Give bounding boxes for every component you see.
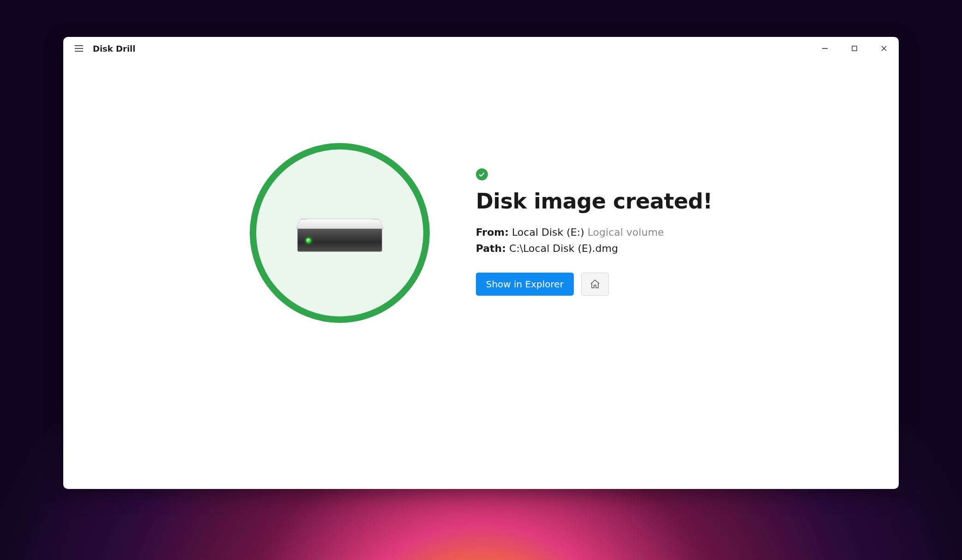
result-details: Disk image created! From: Local Disk (E:… bbox=[476, 143, 713, 296]
titlebar: Disk Drill bbox=[63, 37, 899, 60]
close-icon bbox=[881, 45, 887, 52]
result-heading: Disk image created! bbox=[476, 189, 713, 214]
disk-drive-icon bbox=[301, 219, 379, 247]
path-value: C:\Local Disk (E).dmg bbox=[509, 243, 618, 254]
from-row: From: Local Disk (E:) Logical volume bbox=[476, 226, 713, 238]
success-ring bbox=[250, 143, 430, 323]
window-controls bbox=[810, 37, 899, 60]
home-icon bbox=[589, 279, 601, 290]
hamburger-icon bbox=[75, 45, 83, 52]
minimize-icon bbox=[822, 45, 828, 52]
path-label: Path: bbox=[476, 243, 506, 254]
hamburger-menu-button[interactable] bbox=[72, 41, 86, 56]
action-buttons: Show in Explorer bbox=[476, 273, 713, 296]
maximize-button[interactable] bbox=[840, 37, 869, 60]
from-label: From: bbox=[476, 226, 509, 238]
close-button[interactable] bbox=[869, 37, 899, 60]
minimize-button[interactable] bbox=[810, 37, 840, 60]
svg-rect-4 bbox=[852, 46, 857, 51]
content-area: Disk image created! From: Local Disk (E:… bbox=[63, 60, 899, 489]
path-row: Path: C:\Local Disk (E).dmg bbox=[476, 243, 713, 254]
result-illustration bbox=[250, 143, 430, 323]
home-button[interactable] bbox=[581, 273, 609, 296]
app-window: Disk Drill bbox=[63, 37, 899, 489]
app-title: Disk Drill bbox=[93, 44, 135, 54]
success-check-icon bbox=[476, 168, 488, 180]
from-type: Logical volume bbox=[588, 226, 664, 238]
maximize-icon bbox=[851, 45, 858, 52]
from-value: Local Disk (E:) bbox=[512, 226, 584, 238]
show-in-explorer-button[interactable]: Show in Explorer bbox=[476, 273, 574, 296]
